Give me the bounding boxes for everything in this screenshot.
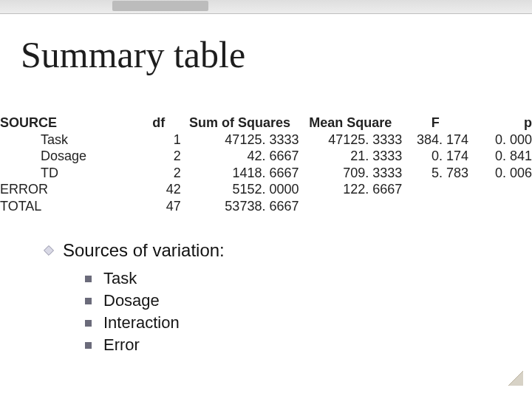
hdr-ss: Sum of Squares bbox=[181, 115, 299, 132]
list-item: Interaction bbox=[85, 312, 180, 334]
list-item: Task bbox=[85, 267, 180, 290]
page-corner-icon bbox=[508, 371, 523, 386]
list-item: Dosage bbox=[85, 290, 180, 312]
square-bullet-icon bbox=[85, 342, 92, 349]
list-item-label: Task bbox=[103, 269, 137, 288]
square-bullet-icon bbox=[85, 276, 92, 282]
slide-title: Summary table bbox=[21, 33, 245, 76]
svg-rect-0 bbox=[44, 246, 54, 256]
table-row: TOTAL 47 53738. 6667 bbox=[0, 198, 532, 215]
list-item: Error bbox=[85, 334, 180, 356]
table-header-row: SOURCE df Sum of Squares Mean Square F p bbox=[0, 115, 532, 132]
table-row: ERROR 42 5152. 0000 122. 6667 bbox=[0, 181, 532, 198]
table-row: Dosage 2 42. 6667 21. 3333 0. 174 0. 841 bbox=[0, 148, 532, 165]
hdr-ms: Mean Square bbox=[299, 115, 402, 132]
bullets-list: Task Dosage Interaction Error bbox=[85, 267, 180, 356]
table-row: TD 2 1418. 6667 709. 3333 5. 783 0. 006 bbox=[0, 165, 532, 182]
square-bullet-icon bbox=[85, 298, 92, 304]
square-bullet-icon bbox=[85, 320, 92, 327]
list-item-label: Error bbox=[103, 335, 140, 355]
list-item-label: Interaction bbox=[103, 313, 180, 332]
ruler-strip bbox=[0, 0, 532, 14]
hdr-df: df bbox=[137, 115, 181, 132]
diamond-bullet-icon bbox=[41, 242, 57, 259]
subhead-sources-of-variation: Sources of variation: bbox=[41, 240, 225, 261]
hdr-f: F bbox=[402, 115, 468, 132]
list-item-label: Dosage bbox=[103, 291, 160, 310]
subhead-text: Sources of variation: bbox=[63, 240, 225, 261]
hdr-source: SOURCE bbox=[0, 115, 137, 132]
hdr-p: p bbox=[468, 115, 532, 132]
table-row: Task 1 47125. 3333 47125. 3333 384. 174 … bbox=[0, 132, 532, 149]
anova-table: SOURCE df Sum of Squares Mean Square F p… bbox=[0, 115, 532, 214]
